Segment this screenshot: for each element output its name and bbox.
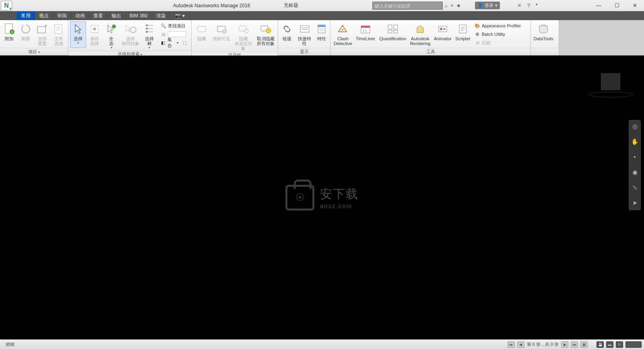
select-all-button[interactable]: 全 选 ▾ <box>103 21 120 51</box>
svg-rect-37 <box>388 25 392 29</box>
sheet-browser-button[interactable]: ▦ <box>580 341 588 348</box>
sets-icon: ◧ <box>160 39 166 46</box>
sheet-last-button[interactable]: ⏭ <box>571 341 578 348</box>
filter-icon: ▤ <box>160 31 167 37</box>
sheet-counter: 第 0 张，共 0 张 <box>527 341 559 347</box>
tree-icon <box>143 23 156 35</box>
datatools-button[interactable]: DataTools <box>533 21 554 48</box>
batch-icon: ⚙ <box>474 31 481 37</box>
tab-render[interactable]: 渲染 <box>152 11 170 20</box>
find-items-button[interactable]: 🔍查找项目 <box>158 22 190 30</box>
tab-viewpoint[interactable]: 视点 <box>35 11 53 20</box>
animator-button[interactable]: Animator <box>432 21 454 48</box>
login-button[interactable]: 👤 登录 ▾ <box>475 2 500 9</box>
compare-button: ⇄比较 <box>472 39 525 47</box>
key-icon[interactable]: ✧ <box>450 3 454 8</box>
sets-manage-icon[interactable]: ⬚ <box>182 39 188 46</box>
help-icon[interactable]: ? <box>527 2 530 8</box>
links-button[interactable]: 链接 <box>280 21 294 48</box>
select-nav-icon[interactable]: ➤ <box>631 199 639 207</box>
tab-home[interactable]: 常用 <box>17 11 35 20</box>
svg-rect-39 <box>388 30 392 33</box>
pan-icon[interactable]: ✋ <box>631 138 639 146</box>
require-button: 强制可见 <box>211 21 232 48</box>
properties-button[interactable]: 特性 <box>315 21 328 48</box>
tab-output[interactable]: 输出 <box>107 11 126 20</box>
sheet-prev-button[interactable]: ◀ <box>517 341 524 348</box>
minimize-button[interactable]: — <box>590 0 608 11</box>
infocenter-search[interactable] <box>372 2 443 10</box>
disk-icon[interactable]: 💾 <box>597 341 604 348</box>
tab-camera[interactable]: 📷 ▾ <box>170 11 190 20</box>
exchange-icon[interactable]: ✕ <box>517 2 522 8</box>
compare-label: 比较 <box>482 40 491 46</box>
steering-wheel-icon[interactable]: ◎ <box>631 123 639 131</box>
binoculars-icon[interactable]: ⌕ <box>445 3 448 8</box>
hideun-label: 隐藏 未选定对象 <box>233 36 253 51</box>
sheet-next-button[interactable]: ▶ <box>561 341 568 348</box>
batch-utility-button[interactable]: ⚙Batch Utility <box>472 30 525 38</box>
append-label: 附加 <box>5 36 14 41</box>
sheet-first-button[interactable]: ⏮ <box>508 341 515 348</box>
watermark-line1: 安下载 <box>320 186 359 202</box>
star-icon[interactable]: ★ <box>456 3 461 8</box>
login-label: 登录 <box>485 2 493 8</box>
append-button[interactable]: + 附加 <box>2 21 17 48</box>
zoom-icon[interactable]: • <box>631 153 639 161</box>
datatools-label: DataTools <box>534 36 553 41</box>
progress-indicator <box>625 341 642 348</box>
svg-rect-25 <box>300 26 309 32</box>
title-right-icons: ✕ ? ▾ <box>517 2 538 8</box>
svg-rect-3 <box>37 27 45 33</box>
svg-rect-29 <box>318 25 325 27</box>
select-label: 选择 <box>74 36 83 41</box>
tab-animation[interactable]: 动画 <box>71 11 89 20</box>
selection-tree-button[interactable]: 选择 树 ▾ <box>142 21 158 51</box>
ribbon: + 附加 刷新 全部 重置 文件 选项 项目 选择 ▾ <box>0 20 644 56</box>
svg-point-32 <box>342 29 343 31</box>
search-input[interactable] <box>373 2 442 10</box>
quantification-button[interactable]: Quantification <box>377 21 409 48</box>
quick-label: 快捷特性 <box>296 36 313 46</box>
animator-label: Animator <box>434 36 452 41</box>
close-button[interactable]: ✕ <box>626 0 644 11</box>
unhide-all-button[interactable]: 取消隐藏 所有对象 <box>255 21 276 48</box>
panel-display: 链接 快捷特性 特性 显示 <box>278 20 330 55</box>
search-icon: 🔍 <box>160 23 167 29</box>
app-menu-button[interactable]: N <box>1 1 12 10</box>
look-icon[interactable]: ⤡ <box>631 184 639 192</box>
hide-unselected-icon <box>237 23 250 35</box>
select-button[interactable]: 选择 ▾ <box>70 21 86 48</box>
panel-project: + 附加 刷新 全部 重置 文件 选项 项目 <box>0 20 68 55</box>
scripter-button[interactable]: Scripter <box>454 21 471 48</box>
autodesk-rendering-button[interactable]: Autodesk Rendering <box>409 21 431 48</box>
props-label: 特性 <box>317 36 326 41</box>
timeliner-button[interactable]: TimeLiner <box>355 21 376 48</box>
quick-props-button[interactable]: 快捷特性 <box>295 21 314 48</box>
clash-detective-button[interactable]: Clash Detective <box>332 21 354 48</box>
tab-view[interactable]: 查看 <box>89 11 107 20</box>
chevron-down-icon[interactable]: ▾ <box>536 2 538 8</box>
unhide-label: 取消隐藏 所有对象 <box>257 36 275 46</box>
appearance-profiler-button[interactable]: 🎨Appearance Profiler <box>472 22 525 30</box>
pencil-icon[interactable]: ✎ <box>616 341 623 348</box>
sets-label: 集合 <box>167 37 175 49</box>
tab-bim360[interactable]: BIM 360 <box>126 11 152 20</box>
compare-icon: ⇄ <box>474 39 481 46</box>
sets-button[interactable]: ◧集合▾⬚ <box>158 39 190 47</box>
refresh-button: 刷新 <box>18 21 34 48</box>
svg-point-9 <box>93 27 96 31</box>
animator-icon <box>436 23 449 35</box>
timeliner-label: TimeLiner <box>356 36 376 41</box>
viewport-3d[interactable]: 安下载 anxz.com ◎ ✋ • ◉ ⤡ ➤ <box>0 56 644 339</box>
viewcube[interactable] <box>597 73 625 97</box>
seltree-label: 选择 树 <box>145 36 154 46</box>
file-options-button: 文件 选项 <box>51 21 66 48</box>
maximize-button[interactable]: ☐ <box>608 0 626 11</box>
ribbon-tabs: 常用 视点 审阅 动画 查看 输出 BIM 360 渲染 📷 ▾ <box>0 11 644 20</box>
memory-icon[interactable]: ▬ <box>606 341 613 348</box>
fileopt-label: 文件 选项 <box>54 36 63 46</box>
orbit-icon[interactable]: ◉ <box>631 169 639 177</box>
panel-project-title[interactable]: 项目 <box>28 49 39 55</box>
tab-review[interactable]: 审阅 <box>53 11 71 20</box>
